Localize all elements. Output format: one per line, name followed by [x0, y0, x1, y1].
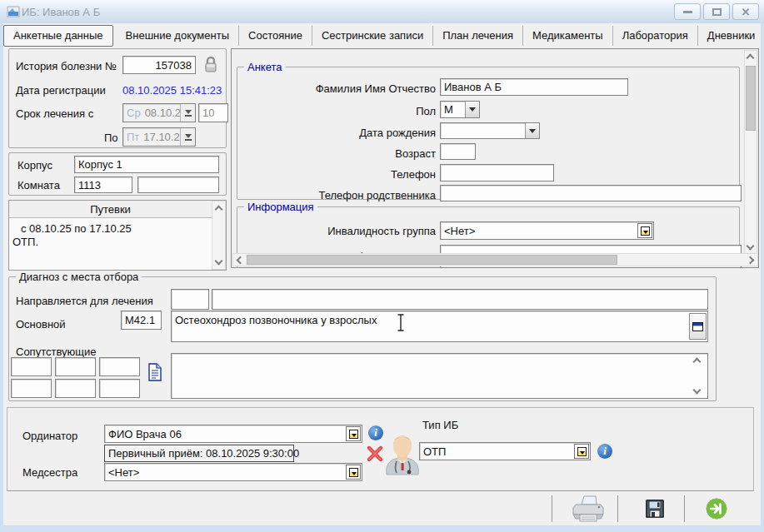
- dropdown-list-icon[interactable]: [637, 223, 652, 238]
- history-number-input[interactable]: 157038: [122, 56, 196, 74]
- ordinator-info-icon[interactable]: i: [368, 425, 383, 440]
- tab-plan-lecheniya[interactable]: План лечения: [433, 26, 523, 46]
- maximize-icon: [712, 8, 722, 16]
- room-extra-input[interactable]: [137, 177, 219, 193]
- nurse-combo[interactable]: <Нет>: [104, 463, 362, 481]
- chevron-down-icon[interactable]: [525, 123, 539, 138]
- exit-button[interactable]: [706, 498, 727, 520]
- panel-vertical-scrollbar[interactable]: [744, 50, 757, 254]
- treatment-from-label: Срок лечения с: [16, 107, 93, 120]
- history-group: История болезни № 157038 Дата регистраци…: [8, 48, 227, 148]
- tab-sostoyanie[interactable]: Состояние: [239, 26, 312, 46]
- gender-combo[interactable]: М: [440, 101, 480, 118]
- relative-phone-input[interactable]: [440, 185, 742, 201]
- tab-dnevniki[interactable]: Дневники: [698, 26, 764, 46]
- relative-phone-label: Телефон родственника: [287, 189, 436, 201]
- document-icon[interactable]: [147, 363, 162, 381]
- diagnosis-group-title: Диагноз с места отбора: [16, 271, 142, 283]
- referral-code-input[interactable]: [171, 289, 209, 310]
- ib-type-label: Тип ИБ: [422, 419, 458, 431]
- window-icon: [692, 322, 703, 331]
- chevron-down-icon[interactable]: [180, 128, 195, 146]
- info-group-title: Информация: [244, 201, 317, 213]
- treatment-to-combo[interactable]: Пт 17.10.2025: [122, 127, 196, 147]
- tab-bar: Анкетные данные Внешние документы Состоя…: [3, 24, 761, 47]
- bottom-toolbar: [3, 492, 761, 525]
- age-label: Возраст: [287, 147, 436, 160]
- fio-label: Фамилия Имя Отчество: [287, 82, 436, 95]
- registration-date-value: 08.10.2025 15:41:23: [122, 84, 222, 97]
- lock-icon: [202, 56, 219, 74]
- chevron-down-icon[interactable]: [465, 102, 479, 117]
- main-diagnosis-text-input[interactable]: Остеохондроз позвоночника у взрослых: [171, 311, 708, 342]
- save-button[interactable]: [645, 499, 665, 519]
- scroll-right-icon[interactable]: [747, 256, 755, 265]
- scrollbar-thumb[interactable]: [746, 66, 756, 131]
- fio-input[interactable]: Иванов А Б: [440, 78, 628, 96]
- panel-horizontal-scrollbar[interactable]: [232, 253, 758, 266]
- phone-input[interactable]: [440, 164, 554, 181]
- delete-icon[interactable]: [366, 445, 384, 463]
- disability-label: Инвалидность группа: [287, 225, 436, 237]
- treatment-days-input[interactable]: 10: [198, 103, 228, 122]
- app-window: ИБ: Иванов А Б ✕ Анкетные данные Внешние…: [0, 0, 764, 532]
- window-title: ИБ: Иванов А Б: [22, 6, 100, 18]
- scroll-down-icon[interactable]: [747, 242, 755, 251]
- scroll-up-icon[interactable]: [215, 206, 223, 214]
- close-button[interactable]: ✕: [732, 3, 759, 20]
- registration-date-label: Дата регистрации: [16, 84, 106, 97]
- chevron-down-icon[interactable]: [180, 104, 195, 122]
- referral-label: Направляется для лечения: [16, 295, 153, 307]
- concomitant-textarea[interactable]: [171, 353, 708, 399]
- main-diagnosis-lookup-button[interactable]: [689, 313, 707, 340]
- vouchers-scrollbar[interactable]: [212, 201, 226, 270]
- anketa-group-title: Анкета: [244, 61, 286, 73]
- ib-type-combo[interactable]: ОТП: [419, 442, 591, 460]
- scroll-left-icon[interactable]: [237, 256, 245, 265]
- dropdown-list-icon[interactable]: [346, 426, 361, 441]
- tab-sestrinskie-zapisi[interactable]: Сестринские записи: [312, 26, 433, 46]
- nurse-label: Медсестра: [22, 466, 77, 479]
- treatment-to-label: По: [104, 132, 118, 144]
- concomitant-code-input[interactable]: [99, 357, 140, 376]
- staff-panel: Ординатор ФИО Врача 06 i Первичный приём…: [7, 407, 754, 491]
- scroll-down-icon[interactable]: [215, 257, 223, 266]
- concomitant-code-input[interactable]: [11, 357, 52, 376]
- gender-label: Пол: [287, 105, 436, 117]
- history-number-label: История болезни №: [16, 60, 117, 72]
- maximize-button[interactable]: [703, 3, 730, 20]
- print-button[interactable]: [571, 495, 606, 523]
- vouchers-panel: Путевки с 08.10.25 по 17.10.25 ОТП.: [8, 200, 227, 271]
- concomitant-code-input[interactable]: [99, 379, 140, 398]
- minimize-button[interactable]: [674, 3, 701, 20]
- birthdate-combo[interactable]: [440, 122, 540, 139]
- title-bar[interactable]: ИБ: Иванов А Б ✕: [0, 0, 764, 23]
- concomitant-code-input[interactable]: [11, 379, 52, 398]
- scroll-up-icon[interactable]: [747, 54, 755, 62]
- doctor-avatar: [383, 428, 422, 476]
- anketa-group: Анкета Фамилия Имя Отчество Иванов А Б П…: [237, 67, 740, 200]
- disability-combo[interactable]: <Нет>: [440, 221, 654, 240]
- dropdown-list-icon[interactable]: [346, 465, 361, 480]
- ordinator-combo[interactable]: ФИО Врача 06: [104, 425, 362, 443]
- tab-medikamenty[interactable]: Медикаменты: [523, 26, 613, 46]
- tab-anketnye-dannye[interactable]: Анкетные данные: [3, 25, 113, 47]
- referral-text-input[interactable]: [212, 289, 708, 310]
- main-diagnosis-code-input[interactable]: М42.1: [121, 311, 162, 330]
- tab-vneshnie-dokumenty[interactable]: Внешние документы: [117, 26, 239, 46]
- concomitant-code-input[interactable]: [55, 357, 96, 376]
- vouchers-header[interactable]: Путевки: [9, 201, 212, 218]
- scrollbar-thumb[interactable]: [247, 255, 617, 265]
- room-input[interactable]: 1113: [74, 177, 132, 193]
- minimize-icon: [683, 11, 692, 13]
- building-input[interactable]: Корпус 1: [74, 156, 219, 173]
- birthdate-label: Дата рождения: [287, 127, 436, 139]
- dropdown-list-icon[interactable]: [574, 444, 589, 459]
- voucher-line-2: ОТП.: [12, 236, 38, 248]
- treatment-from-combo[interactable]: Ср 08.10.2025: [122, 103, 196, 122]
- concomitant-code-input[interactable]: [55, 379, 96, 398]
- age-input[interactable]: [440, 143, 476, 160]
- ib-type-info-icon[interactable]: i: [597, 444, 612, 459]
- app-icon: [7, 5, 20, 18]
- tab-laboratoriya[interactable]: Лаборатория: [613, 26, 698, 46]
